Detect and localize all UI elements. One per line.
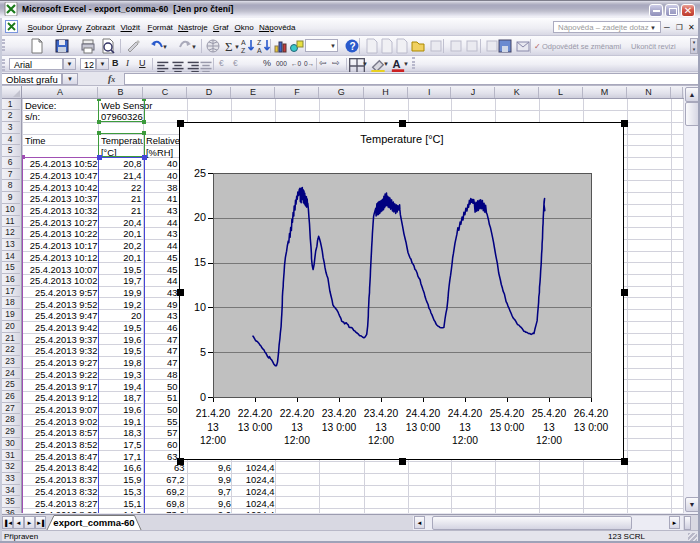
svg-text:?: ? <box>350 41 356 52</box>
svg-text:A: A <box>241 39 246 46</box>
svg-text:Σ: Σ <box>225 39 233 54</box>
svg-text:Z: Z <box>257 39 262 46</box>
svg-text:A: A <box>257 47 262 54</box>
svg-text:Z: Z <box>241 47 246 54</box>
svg-text:A: A <box>392 58 400 70</box>
